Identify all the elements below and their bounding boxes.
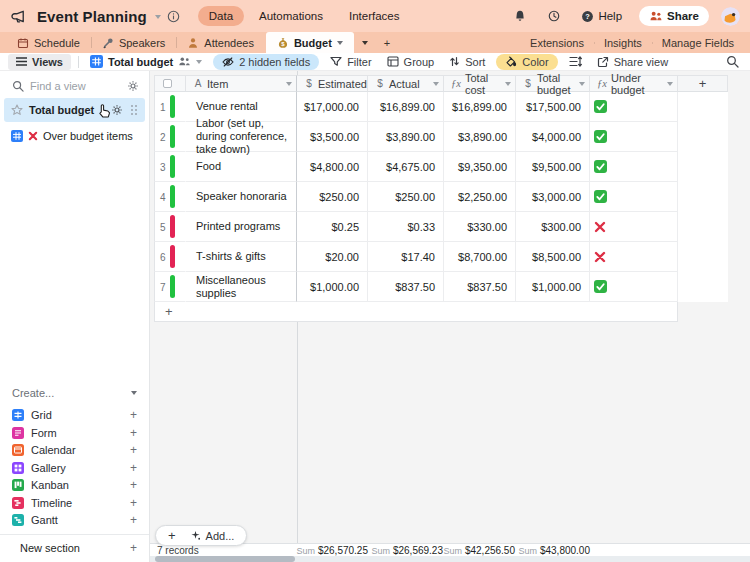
cell-item[interactable]: Speaker honoraria [186, 182, 297, 212]
avatar[interactable] [721, 7, 740, 26]
cell-item[interactable]: Labor (set up, during conference, take d… [186, 122, 297, 152]
manage-fields-link[interactable]: Manage Fields [652, 37, 744, 49]
cell-actual[interactable]: $3,890.00 [368, 122, 444, 152]
sidebar-view-total-budget[interactable]: Total budget [4, 98, 145, 122]
cell-total-budget[interactable]: $8,500.00 [516, 242, 590, 272]
add-record-button[interactable]: + [156, 528, 186, 543]
info-icon[interactable] [167, 10, 180, 23]
create-calendar-view[interactable]: Calendar + [0, 442, 149, 460]
title-chevron-down-icon[interactable] [155, 15, 161, 19]
cell-total-cost[interactable]: $16,899.00 [444, 92, 516, 122]
create-header[interactable]: Create... [0, 387, 149, 407]
column-chevron-icon[interactable] [505, 82, 511, 86]
cell-actual[interactable]: $250.00 [368, 182, 444, 212]
create-kanban-view[interactable]: Kanban + [0, 477, 149, 495]
hidden-fields-button[interactable]: 2 hidden fields [213, 54, 319, 70]
row-height-button[interactable] [565, 55, 586, 68]
history-icon[interactable] [540, 9, 568, 23]
drag-handle-icon[interactable] [131, 105, 137, 115]
color-button[interactable]: Color [496, 54, 557, 70]
row-number-cell[interactable]: 7 [154, 272, 186, 302]
horizontal-scrollbar[interactable] [150, 556, 750, 562]
create-gallery-view[interactable]: Gallery + [0, 459, 149, 477]
column-header-item[interactable]: AItem [186, 75, 297, 92]
cell-estimated[interactable]: $17,000.00 [297, 92, 368, 122]
row-number-cell[interactable]: 1 [154, 92, 186, 122]
cell-total-budget[interactable]: $3,000.00 [516, 182, 590, 212]
nav-tab-data[interactable]: Data [198, 6, 244, 26]
cell-actual[interactable]: $17.40 [368, 242, 444, 272]
sum-estimated[interactable]: Sum$26,570.25 [296, 545, 368, 556]
cell-total-budget[interactable]: $4,000.00 [516, 122, 590, 152]
tab-list-chevron-icon[interactable] [354, 32, 376, 53]
add-row-button[interactable]: + [154, 302, 678, 322]
column-chevron-icon[interactable] [286, 82, 292, 86]
add-table-button[interactable]: + [376, 32, 398, 53]
create-timeline-view[interactable]: Timeline + [0, 494, 149, 512]
add-view-button[interactable]: + [130, 497, 137, 509]
cell-item[interactable]: T-shirts & gifts [186, 242, 297, 272]
column-header-total-budget[interactable]: $Total budget [516, 75, 590, 92]
add-view-button[interactable]: + [130, 444, 137, 456]
cell-under-budget[interactable] [590, 242, 678, 272]
select-all-checkbox[interactable] [163, 79, 172, 88]
table-tab-attendees[interactable]: Attendees [176, 32, 265, 53]
find-view-input[interactable] [30, 80, 121, 92]
cell-under-budget[interactable] [590, 122, 678, 152]
collapse-chevron-icon[interactable] [131, 391, 137, 395]
cell-total-budget[interactable]: $17,500.00 [516, 92, 590, 122]
view-chevron-down-icon[interactable] [196, 60, 202, 64]
row-number-cell[interactable]: 5 [154, 212, 186, 242]
cell-total-budget[interactable]: $9,500.00 [516, 152, 590, 182]
tab-chevron-down-icon[interactable] [337, 41, 343, 45]
share-button[interactable]: Share [639, 6, 709, 26]
scrollbar-thumb[interactable] [155, 556, 295, 562]
cell-estimated[interactable]: $3,500.00 [297, 122, 368, 152]
cell-under-budget[interactable] [590, 212, 678, 242]
add-field-button[interactable]: + [678, 75, 728, 92]
row-number-cell[interactable]: 6 [154, 242, 186, 272]
cell-estimated[interactable]: $20.00 [297, 242, 368, 272]
new-section-row[interactable]: New section + [0, 534, 149, 554]
search-icon[interactable] [726, 55, 742, 68]
views-button[interactable]: Views [8, 54, 71, 70]
column-chevron-icon[interactable] [667, 82, 673, 86]
cell-total-cost[interactable]: $330.00 [444, 212, 516, 242]
cell-total-cost[interactable]: $2,250.00 [444, 182, 516, 212]
row-number-cell[interactable]: 4 [154, 182, 186, 212]
cell-total-cost[interactable]: $837.50 [444, 272, 516, 302]
nav-tab-interfaces[interactable]: Interfaces [338, 6, 411, 26]
star-icon[interactable] [11, 104, 23, 116]
sum-actual[interactable]: Sum$26,569.23 [371, 545, 443, 556]
help-button[interactable]: ? Help [574, 10, 629, 23]
gear-icon[interactable] [111, 104, 123, 116]
share-view-button[interactable]: Share view [593, 55, 672, 69]
cell-estimated[interactable]: $1,000.00 [297, 272, 368, 302]
cell-estimated[interactable]: $4,800.00 [297, 152, 368, 182]
add-view-button[interactable]: + [130, 409, 137, 421]
view-switcher[interactable]: Total budget [86, 54, 206, 69]
row-number-cell[interactable]: 2 [154, 122, 186, 152]
cell-total-cost[interactable]: $8,700.00 [444, 242, 516, 272]
cell-actual[interactable]: $16,899.00 [368, 92, 444, 122]
column-header-total-cost[interactable]: ƒxTotal cost [444, 75, 516, 92]
cell-estimated[interactable]: $250.00 [297, 182, 368, 212]
add-section-button[interactable]: + [130, 542, 137, 554]
cell-total-budget[interactable]: $300.00 [516, 212, 590, 242]
cell-item[interactable]: Miscellaneous supplies [186, 272, 297, 302]
filter-button[interactable]: Filter [326, 55, 375, 69]
column-header-under-budget[interactable]: ƒxUnder budget [590, 75, 678, 92]
create-grid-view[interactable]: Grid + [0, 407, 149, 425]
cell-item[interactable]: Printed programs [186, 212, 297, 242]
sum-total-cost[interactable]: Sum$42,256.50 [443, 545, 515, 556]
table-tab-schedule[interactable]: Schedule [6, 32, 91, 53]
row-number-cell[interactable]: 3 [154, 152, 186, 182]
column-header-estimated[interactable]: $Estimated [297, 75, 368, 92]
gear-icon[interactable] [127, 80, 139, 92]
column-chevron-icon[interactable] [433, 82, 439, 86]
create-gantt-view[interactable]: Gantt + [0, 512, 149, 530]
cell-under-budget[interactable] [590, 152, 678, 182]
cell-under-budget[interactable] [590, 272, 678, 302]
sort-button[interactable]: Sort [445, 55, 489, 69]
insights-link[interactable]: Insights [594, 37, 652, 49]
